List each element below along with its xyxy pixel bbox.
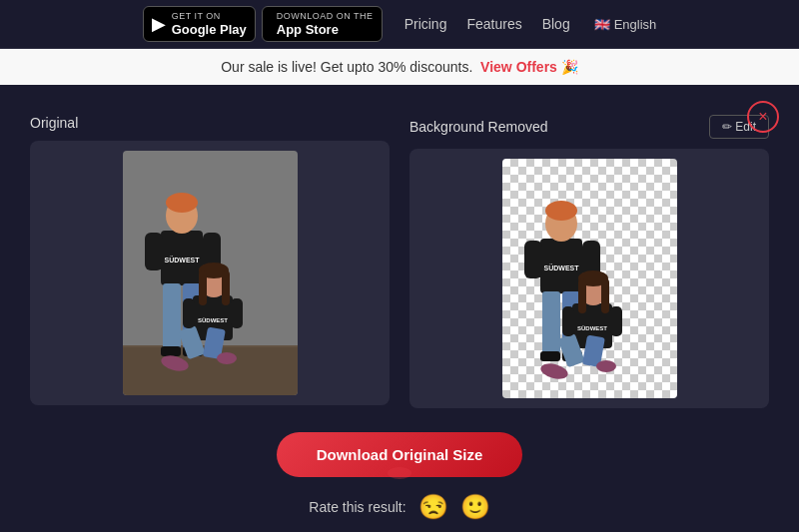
flag-icon: 🇬🇧 <box>594 17 610 32</box>
download-area: Download Original Size <box>30 432 769 477</box>
svg-rect-27 <box>542 291 560 353</box>
nav-blog[interactable]: Blog <box>542 16 570 32</box>
original-panel: Original SÜDWE <box>30 115 390 408</box>
svg-rect-22 <box>222 270 230 305</box>
close-icon: × <box>758 108 767 126</box>
dislike-button[interactable]: 😒 <box>418 493 448 521</box>
svg-rect-11 <box>145 233 163 270</box>
original-label: Original <box>30 115 78 131</box>
svg-text:SÜDWEST: SÜDWEST <box>198 317 228 323</box>
app-store-top-text: Download on the <box>277 11 374 22</box>
top-navigation: ▶ GET IT ON Google Play Download on the … <box>0 0 799 49</box>
svg-rect-24 <box>231 298 243 328</box>
download-button[interactable]: Download Original Size <box>277 432 523 477</box>
close-button[interactable]: × <box>747 101 779 133</box>
sale-text: Our sale is live! Get upto 30% discounts… <box>221 59 472 75</box>
removed-image-box: SÜDWEST SÜDWEST <box>409 149 769 408</box>
nav-features[interactable]: Features <box>466 16 521 32</box>
svg-rect-29 <box>540 351 560 361</box>
svg-rect-7 <box>161 346 181 356</box>
svg-point-32 <box>545 201 577 221</box>
language-selector[interactable]: 🇬🇧 English <box>594 17 657 32</box>
sale-banner: Our sale is live! Get upto 30% discounts… <box>0 49 799 85</box>
language-label: English <box>614 17 657 32</box>
svg-rect-43 <box>578 278 586 313</box>
svg-point-40 <box>596 360 616 372</box>
svg-point-39 <box>538 361 569 382</box>
google-play-top-text: GET IT ON <box>172 11 247 22</box>
google-play-label: Google Play <box>172 22 247 38</box>
svg-text:SÜDWEST: SÜDWEST <box>164 256 200 264</box>
svg-point-10 <box>166 193 198 213</box>
image-panels: Original SÜDWE <box>30 115 769 408</box>
svg-text:SÜDWEST: SÜDWEST <box>577 325 607 331</box>
rate-label: Rate this result: <box>309 499 405 515</box>
rating-area: Rate this result: 😒 🙂 <box>30 493 769 521</box>
main-content: × Original <box>0 85 799 532</box>
removed-photo: SÜDWEST SÜDWEST <box>502 159 677 398</box>
svg-rect-45 <box>562 306 574 336</box>
original-photo: SÜDWEST <box>123 151 298 395</box>
google-play-badge[interactable]: ▶ GET IT ON Google Play <box>143 6 256 42</box>
svg-rect-33 <box>524 241 542 278</box>
nav-pricing[interactable]: Pricing <box>404 16 447 32</box>
removed-label: Background Removed <box>409 119 548 135</box>
app-store-label: App Store <box>277 22 374 38</box>
removed-panel: Background Removed ✏ Edit SÜDWEST <box>409 115 769 408</box>
svg-rect-46 <box>610 306 622 336</box>
sale-emoji: 🎉 <box>561 59 578 75</box>
svg-rect-21 <box>199 270 207 305</box>
svg-point-18 <box>217 352 237 364</box>
svg-rect-5 <box>163 283 181 348</box>
svg-text:SÜDWEST: SÜDWEST <box>543 264 579 271</box>
google-play-icon: ▶ <box>152 13 166 35</box>
nav-links: Pricing Features Blog 🇬🇧 English <box>404 16 657 32</box>
view-offers-link[interactable]: View Offers <box>480 59 557 75</box>
app-store-badge[interactable]: Download on the App Store <box>262 6 383 42</box>
svg-rect-44 <box>601 278 609 313</box>
like-button[interactable]: 🙂 <box>460 493 490 521</box>
original-image-box: SÜDWEST <box>30 141 390 405</box>
svg-rect-23 <box>183 298 195 328</box>
